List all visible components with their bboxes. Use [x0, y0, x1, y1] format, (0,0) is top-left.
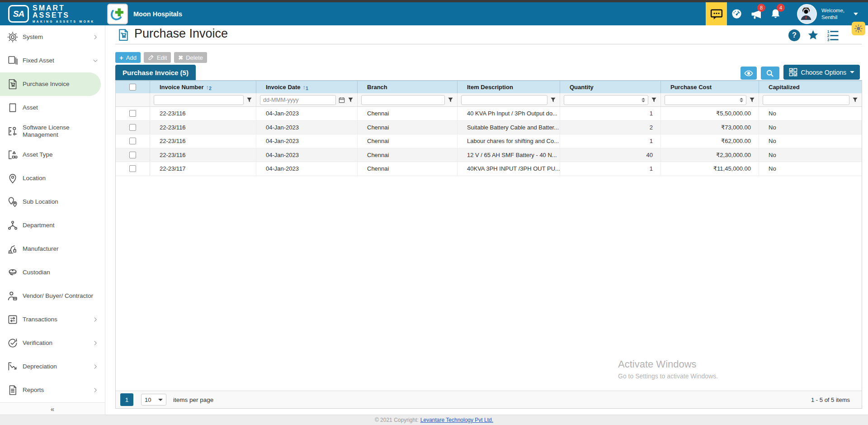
choose-options-button[interactable]: Choose Options: [783, 65, 860, 80]
column-header-branch[interactable]: Branch: [358, 81, 458, 93]
sidebar-item-custodian[interactable]: Custodian: [0, 261, 105, 284]
filter-capitalized: [759, 93, 862, 106]
sidebar-item-verification[interactable]: Verification: [0, 331, 105, 355]
sidebar-item-vendor-buyer-contractor[interactable]: Vendor/ Buyer/ Contractor: [0, 284, 105, 308]
add-button[interactable]: + Add: [115, 52, 141, 63]
page-button-1[interactable]: 1: [120, 393, 133, 406]
copyright-link[interactable]: Levantare Technology Pvt Ltd.: [420, 417, 493, 423]
cell-invoice-date: 04-Jan-2023: [256, 121, 358, 134]
numbered-list-button[interactable]: 1 2 3: [826, 29, 840, 41]
row-checkbox[interactable]: [129, 138, 136, 144]
sidebar-item-fixed-asset[interactable]: Fixed Asset: [0, 49, 105, 72]
sidebar-item-department[interactable]: Department: [0, 214, 105, 237]
row-checkbox[interactable]: [129, 152, 136, 158]
invoice-number-filter-input[interactable]: [157, 97, 241, 103]
sidebar-item-asset[interactable]: Asset: [0, 96, 105, 119]
user-menu-caret-icon[interactable]: [854, 13, 858, 15]
sidebar-item-sub-location[interactable]: Sub Location: [0, 190, 105, 214]
sa-monogram-icon: SA: [8, 5, 29, 23]
row-checkbox[interactable]: [129, 110, 136, 117]
cell-capitalized: No: [759, 148, 862, 162]
table-row[interactable]: 22-23/116 04-Jan-2023 Chennai 12 V / 65 …: [116, 148, 862, 162]
sidebar-item-purchase-invoice[interactable]: Purchase Invoice: [0, 72, 101, 96]
footer: © 2021 Copyright: Levantare Technology P…: [0, 415, 868, 425]
column-header-item-description[interactable]: Item Description: [458, 81, 560, 93]
delete-button[interactable]: ✖ Delete: [174, 52, 207, 63]
sidebar-item-manufacturer[interactable]: Manufacturer: [0, 237, 105, 261]
filter-funnel-icon[interactable]: [749, 97, 755, 103]
org-chart-icon: [6, 220, 19, 232]
sidebar-item-asset-type[interactable]: Asset Type: [0, 143, 105, 167]
table-row[interactable]: 22-23/117 04-Jan-2023 Chennai 40KVA 3PH …: [116, 162, 862, 176]
caret-down-icon: [158, 399, 163, 401]
cell-invoice-number: 22-23/117: [150, 162, 256, 176]
row-checkbox[interactable]: [129, 124, 136, 131]
gauge-icon: [731, 8, 743, 20]
number-spinner[interactable]: [642, 98, 645, 102]
number-spinner[interactable]: [740, 98, 743, 102]
sidebar-item-system[interactable]: System: [0, 25, 105, 49]
sidebar-item-depreciation[interactable]: Depreciation: [0, 355, 105, 378]
cell-capitalized: No: [759, 107, 862, 120]
cell-item-description: 12 V / 65 AH SMF Battery - 40 N...: [458, 148, 560, 162]
invoice-date-filter-input[interactable]: [263, 97, 333, 103]
filter-funnel-icon[interactable]: [651, 97, 657, 103]
tab-purchase-invoice[interactable]: Purchase Invoice (5): [115, 65, 196, 80]
page-size-select[interactable]: 10: [141, 394, 166, 406]
cell-capitalized: No: [759, 134, 862, 148]
column-header-invoice-number[interactable]: Invoice Number ↑2: [150, 81, 256, 93]
row-checkbox[interactable]: [129, 165, 136, 172]
table-row[interactable]: 22-23/116 04-Jan-2023 Chennai Suitable B…: [116, 121, 862, 135]
filter-funnel-icon[interactable]: [348, 97, 354, 103]
avatar-person-icon: [798, 5, 814, 21]
cell-invoice-number: 22-23/116: [150, 107, 256, 120]
collapse-sidebar-button[interactable]: «: [0, 402, 105, 415]
cell-item-description: Labour chares for shifting and Co...: [458, 134, 560, 148]
sidebar-item-location[interactable]: Location: [0, 167, 105, 190]
favorite-button[interactable]: [807, 29, 819, 41]
star-icon: [807, 29, 819, 41]
filter-funnel-icon[interactable]: [550, 97, 556, 103]
settings-button[interactable]: [852, 22, 865, 35]
notifications-button[interactable]: 4: [766, 2, 785, 25]
gear-icon: [6, 31, 19, 43]
column-header-quantity[interactable]: Quantity: [560, 81, 661, 93]
table-row[interactable]: 22-23/116 04-Jan-2023 Chennai 40 KVA Ph …: [116, 107, 862, 121]
edit-button[interactable]: Edit: [144, 52, 171, 63]
column-header-purchase-cost[interactable]: Purchase Cost: [661, 81, 759, 93]
filter-invoice-date: [256, 93, 358, 106]
select-all-checkbox[interactable]: [129, 84, 136, 91]
grid-filter-row: [116, 93, 862, 107]
preview-button[interactable]: [741, 67, 757, 80]
filter-funnel-icon[interactable]: [852, 97, 858, 103]
column-header-capitalized[interactable]: Capitalized: [759, 81, 862, 93]
robot-arm-icon: [6, 243, 19, 255]
sidebar-item-software-license-management[interactable]: Software License Management: [0, 119, 105, 143]
help-button[interactable]: ?: [788, 29, 800, 41]
quantity-filter-input[interactable]: [567, 97, 641, 103]
chat-button[interactable]: [706, 2, 727, 25]
sidebar-item-reports[interactable]: Reports: [0, 378, 105, 402]
dashboard-button[interactable]: [727, 2, 746, 25]
calendar-icon[interactable]: [339, 97, 345, 103]
cell-quantity: 1: [560, 162, 661, 176]
filter-funnel-icon[interactable]: [246, 97, 252, 103]
top-bar: SA SMART ASSETS MAKING ASSETS WORK Moon …: [0, 2, 868, 25]
cell-branch: Chennai: [358, 107, 458, 120]
item-description-filter-input[interactable]: [464, 97, 544, 103]
column-header-invoice-date[interactable]: Invoice Date ↑1: [256, 81, 358, 93]
cell-invoice-number: 22-23/116: [150, 121, 256, 134]
announcements-button[interactable]: 8: [746, 2, 766, 25]
sidebar-item-transactions[interactable]: Transactions: [0, 308, 105, 331]
branch-filter-input[interactable]: [364, 97, 442, 103]
filter-funnel-icon[interactable]: [448, 97, 453, 103]
grid-empty-area: [116, 176, 862, 391]
table-row[interactable]: 22-23/116 04-Jan-2023 Chennai Labour cha…: [116, 134, 862, 148]
search-button[interactable]: [761, 67, 779, 80]
capitalized-filter-input[interactable]: [766, 97, 846, 103]
app-logo: SA SMART ASSETS MAKING ASSETS WORK: [0, 5, 105, 24]
user-avatar[interactable]: [797, 4, 817, 24]
purchase-cost-filter-input[interactable]: [668, 97, 739, 103]
org-name: Moon Hospitals: [133, 10, 182, 18]
chevron-down-icon: [92, 57, 99, 64]
